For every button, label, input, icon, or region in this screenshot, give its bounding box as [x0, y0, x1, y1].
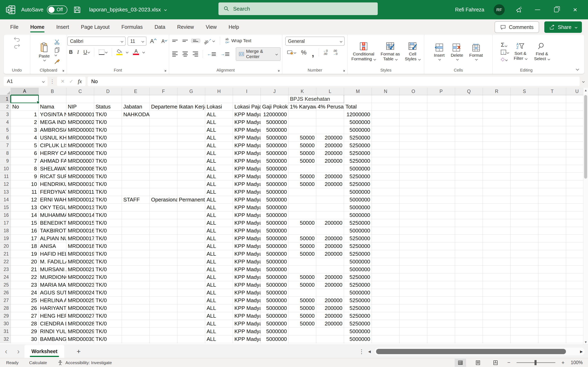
- cell-N4[interactable]: [372, 118, 399, 126]
- cell-F19[interactable]: [150, 235, 177, 242]
- cell-A27[interactable]: 25: [11, 297, 39, 304]
- row-header-26[interactable]: 26: [0, 289, 11, 297]
- cell-O7[interactable]: [399, 142, 427, 150]
- cell-B4[interactable]: MEGA INDA: [39, 118, 66, 126]
- cell-I24[interactable]: KPP Madya: [233, 273, 261, 281]
- cell-D5[interactable]: TK/0: [94, 126, 122, 134]
- row-header-29[interactable]: 29: [0, 312, 11, 320]
- row-header-24[interactable]: 24: [0, 273, 11, 281]
- column-header-K[interactable]: K: [288, 88, 316, 95]
- cell-A18[interactable]: 16: [11, 227, 39, 235]
- cell-B27[interactable]: HERLINA AI: [39, 297, 66, 304]
- cell-N30[interactable]: [372, 320, 399, 328]
- cell-F30[interactable]: [150, 320, 177, 328]
- cell-S7[interactable]: [511, 142, 538, 150]
- cell-Q12[interactable]: [455, 180, 483, 188]
- cell-J21[interactable]: 5000000: [261, 250, 288, 258]
- cell-B12[interactable]: HENDRIKUS: [39, 180, 66, 188]
- cell-G20[interactable]: [177, 242, 205, 250]
- cell-B24[interactable]: MURDIONO: [39, 273, 66, 281]
- cell-C23[interactable]: MRD00021: [66, 266, 94, 273]
- cell-N21[interactable]: [372, 250, 399, 258]
- cell-F18[interactable]: [150, 227, 177, 235]
- cell-H6[interactable]: ALL: [205, 134, 233, 142]
- cell-Q18[interactable]: [455, 227, 483, 235]
- cell-J11[interactable]: 5000000: [261, 173, 288, 180]
- sheet-options-kebab-icon[interactable]: ⋮: [359, 348, 364, 355]
- cell-I32[interactable]: KPP Madya: [233, 335, 261, 343]
- cell-A29[interactable]: 27: [11, 312, 39, 320]
- cell-F7[interactable]: [150, 142, 177, 150]
- cell-C1[interactable]: [66, 95, 94, 103]
- row-header-15[interactable]: 15: [0, 204, 11, 211]
- decrease-font-button[interactable]: A: [160, 38, 168, 45]
- cell-L4[interactable]: [316, 118, 344, 126]
- cell-R16[interactable]: [483, 211, 511, 219]
- cell-A16[interactable]: 14: [11, 211, 39, 219]
- cell-C20[interactable]: MRD00018: [66, 242, 94, 250]
- cell-I15[interactable]: KPP Madya: [233, 204, 261, 211]
- cell-Q30[interactable]: [455, 320, 483, 328]
- previous-sheet-button[interactable]: ‹: [0, 347, 12, 356]
- cell-C16[interactable]: MRD00014: [66, 211, 94, 219]
- cell-P3[interactable]: [427, 111, 455, 118]
- share-button[interactable]: Share: [544, 21, 582, 33]
- cell-J6[interactable]: 5000000: [261, 134, 288, 142]
- cell-A14[interactable]: 12: [11, 196, 39, 204]
- cell-F16[interactable]: [150, 211, 177, 219]
- cell-B1[interactable]: [39, 95, 66, 103]
- cell-D22[interactable]: TK/0: [94, 258, 122, 266]
- cell-I22[interactable]: KPP Madya: [233, 258, 261, 266]
- cell-H12[interactable]: ALL: [205, 180, 233, 188]
- cell-T10[interactable]: [538, 165, 566, 173]
- cell-T24[interactable]: [538, 273, 566, 281]
- name-box[interactable]: A1: [4, 77, 48, 86]
- cell-O20[interactable]: [399, 242, 427, 250]
- new-sheet-button[interactable]: +: [64, 347, 93, 355]
- cell-J24[interactable]: 5000000: [261, 273, 288, 281]
- align-right-button[interactable]: [191, 51, 200, 57]
- cell-O5[interactable]: [399, 126, 427, 134]
- cell-E5[interactable]: [122, 126, 150, 134]
- cell-M30[interactable]: 5250000: [344, 320, 372, 328]
- cell-A12[interactable]: 10: [11, 180, 39, 188]
- cell-C15[interactable]: MRD00013: [66, 204, 94, 211]
- column-header-I[interactable]: I: [233, 88, 261, 95]
- cell-F32[interactable]: [150, 335, 177, 343]
- cell-B22[interactable]: M. FADILLA: [39, 258, 66, 266]
- cell-P8[interactable]: [427, 150, 455, 157]
- cell-I19[interactable]: KPP Madya: [233, 235, 261, 242]
- cell-Q29[interactable]: [455, 312, 483, 320]
- cell-C10[interactable]: MRD00008: [66, 165, 94, 173]
- cell-M4[interactable]: 5000000: [344, 118, 372, 126]
- zoom-slider[interactable]: [517, 362, 555, 363]
- cell-Q22[interactable]: [455, 258, 483, 266]
- cell-M10[interactable]: 5000000: [344, 165, 372, 173]
- cell-O29[interactable]: [399, 312, 427, 320]
- cell-Q25[interactable]: [455, 281, 483, 289]
- cell-N12[interactable]: [372, 180, 399, 188]
- cell-G32[interactable]: [177, 335, 205, 343]
- redo-button[interactable]: [13, 44, 20, 49]
- cell-D3[interactable]: TK/0: [94, 111, 122, 118]
- cell-T27[interactable]: [538, 297, 566, 304]
- cell-Q13[interactable]: [455, 188, 483, 196]
- cell-R1[interactable]: [483, 95, 511, 103]
- cell-H1[interactable]: [205, 95, 233, 103]
- cell-C18[interactable]: MRD00016: [66, 227, 94, 235]
- cell-T6[interactable]: [538, 134, 566, 142]
- cell-G11[interactable]: [177, 173, 205, 180]
- column-header-O[interactable]: O: [399, 88, 427, 95]
- cell-L18[interactable]: [316, 227, 344, 235]
- row-header-2[interactable]: 2: [0, 103, 11, 111]
- cell-N13[interactable]: [372, 188, 399, 196]
- column-header-G[interactable]: G: [177, 88, 205, 95]
- cell-R8[interactable]: [483, 150, 511, 157]
- cell-K10[interactable]: [288, 165, 316, 173]
- cell-D16[interactable]: TK/0: [94, 211, 122, 219]
- cell-M26[interactable]: 5000000: [344, 289, 372, 297]
- column-header-L[interactable]: L: [316, 88, 344, 95]
- cell-Q1[interactable]: [455, 95, 483, 103]
- cell-O2[interactable]: [399, 103, 427, 111]
- cell-C12[interactable]: MRD00010: [66, 180, 94, 188]
